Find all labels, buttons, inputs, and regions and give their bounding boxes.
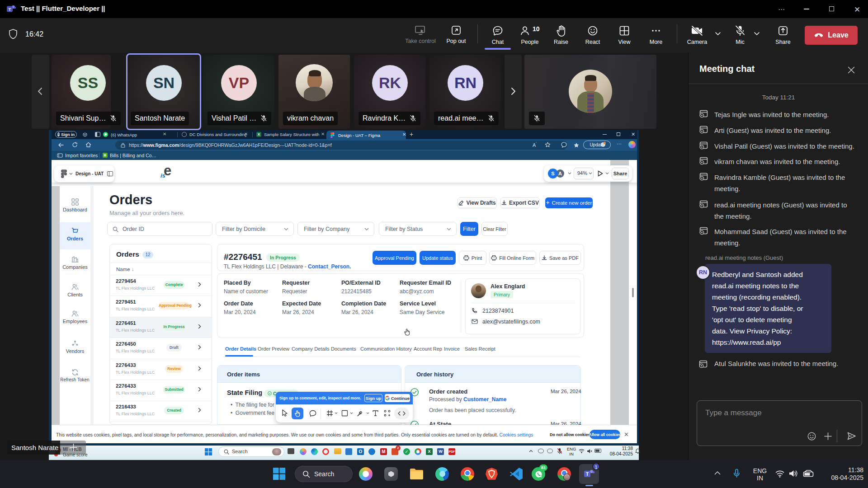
svg-text:T: T	[9, 7, 11, 12]
svg-text:T: T	[586, 472, 589, 477]
